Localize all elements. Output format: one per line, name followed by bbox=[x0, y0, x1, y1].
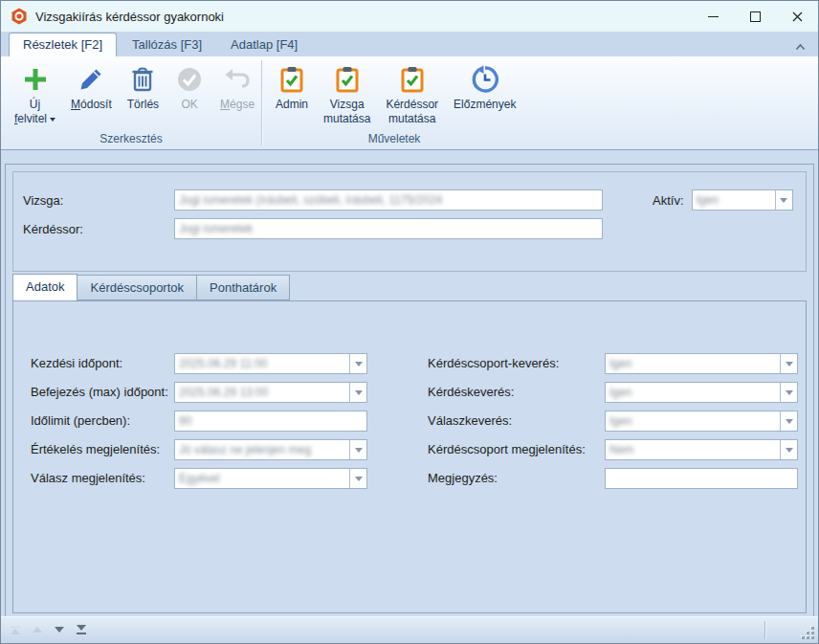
clipboard-check-icon bbox=[397, 64, 428, 95]
trash-icon bbox=[127, 64, 158, 95]
kerdessor-label: Kérdéssor: bbox=[23, 222, 174, 236]
dropdown-button[interactable] bbox=[780, 411, 797, 431]
valasz-megjelenites-combobox[interactable]: Egyével bbox=[174, 468, 367, 489]
tab-ponthatarok[interactable]: Ponthatárok bbox=[197, 275, 290, 300]
chevron-down-icon bbox=[786, 390, 793, 395]
dropdown-button[interactable] bbox=[349, 469, 366, 488]
history-button[interactable]: Előzmények bbox=[447, 62, 522, 114]
tab-adatok[interactable]: Adatok bbox=[12, 274, 77, 301]
befejezes-idopont-label: Befejezés (max) időpont: bbox=[31, 385, 168, 399]
header-form-panel: Vizsga: Jogi ismeretek (írásbeli, szóbel… bbox=[12, 171, 807, 272]
maximize-icon bbox=[750, 11, 761, 22]
chevron-down-icon bbox=[355, 448, 363, 453]
ertekeles-megjelenites-combobox[interactable]: Jó válasz ne jelenjen meg bbox=[174, 439, 367, 460]
vizsga-input[interactable]: Jogi ismeretek (írásbeli, szóbeli, írásb… bbox=[174, 189, 603, 211]
chevron-down-icon bbox=[355, 390, 363, 395]
detail-tab-bar: Adatok Kérdéscsoportok Ponthatárok bbox=[12, 275, 290, 300]
show-exam-button[interactable]: Vizsgamutatása bbox=[317, 62, 377, 128]
close-button[interactable] bbox=[776, 1, 818, 32]
new-record-button[interactable]: Újfelvitel bbox=[8, 62, 62, 128]
plus-icon bbox=[20, 64, 51, 95]
idolimit-label: Időlimit (percben): bbox=[31, 413, 130, 428]
dropdown-button[interactable] bbox=[349, 354, 366, 373]
delete-button[interactable]: Törlés bbox=[121, 62, 166, 114]
befejezes-idopont-combobox[interactable]: 2025.06.29 13:00 bbox=[174, 382, 367, 403]
show-question-set-button[interactable]: Kérdéssormutatása bbox=[379, 62, 445, 128]
statusbar-separator bbox=[764, 621, 765, 639]
kerdeskeveres-label: Kérdéskeverés: bbox=[428, 385, 514, 399]
tab-kerdescsoportok[interactable]: Kérdéscsoportok bbox=[77, 275, 197, 300]
chevron-down-icon bbox=[355, 477, 363, 481]
tab-tallozas[interactable]: Tallózás [F3] bbox=[119, 33, 215, 56]
modify-button[interactable]: Módosít bbox=[64, 62, 119, 114]
history-clock-icon bbox=[470, 64, 500, 95]
aktiv-label: Aktív: bbox=[653, 193, 684, 208]
dropdown-button[interactable] bbox=[780, 440, 797, 459]
arrow-up-icon bbox=[33, 627, 42, 633]
chevron-down-icon bbox=[786, 448, 793, 453]
kerdescsoport-megjelenites-combobox[interactable]: Nem bbox=[605, 439, 798, 460]
megjegyzes-input[interactable] bbox=[605, 468, 798, 489]
chevron-down-icon bbox=[786, 362, 793, 366]
chevron-down-icon bbox=[786, 419, 793, 424]
app-window: Vizsgakiírás kérdéssor gyakornoki Részle… bbox=[0, 0, 819, 644]
record-nav bbox=[11, 625, 86, 634]
close-icon bbox=[792, 11, 803, 22]
ribbon-group-szerkesztes: Újfelvitel Módosít bbox=[1, 56, 261, 149]
chevron-down-icon bbox=[780, 198, 787, 203]
ribbon: Újfelvitel Módosít bbox=[1, 56, 818, 150]
ertekeles-megjelenites-label: Értékelés megjelenítés: bbox=[31, 442, 160, 456]
kerdescsoport-keveres-label: Kérdéscsoport-keverés: bbox=[428, 356, 559, 370]
dropdown-button[interactable] bbox=[780, 354, 797, 373]
adatok-tab-panel: Kezdési időpont: 2025.06.29 11:00 Befeje… bbox=[12, 300, 807, 613]
ribbon-group-muveletek: Admin Vizsgamutatása bbox=[262, 56, 526, 149]
undo-icon bbox=[222, 64, 253, 95]
move-first-button bbox=[11, 625, 20, 634]
vizsga-label: Vizsga: bbox=[23, 193, 174, 208]
dropdown-button[interactable] bbox=[780, 383, 797, 402]
dropdown-button[interactable] bbox=[349, 440, 366, 459]
kezdesi-idopont-label: Kezdési időpont: bbox=[31, 356, 122, 370]
move-up-button bbox=[33, 625, 42, 634]
arrow-down-icon bbox=[55, 627, 64, 633]
group-label-szerkesztes: Szerkesztés bbox=[1, 130, 261, 149]
cancel-button: Mégse bbox=[213, 62, 261, 114]
pencil-icon bbox=[76, 64, 106, 95]
move-last-button[interactable] bbox=[77, 625, 86, 634]
admin-button[interactable]: Admin bbox=[269, 62, 315, 114]
app-icon bbox=[11, 8, 28, 25]
tab-adatlap[interactable]: Adatlap [F4] bbox=[217, 33, 311, 56]
tab-reszletek[interactable]: Részletek [F2] bbox=[9, 33, 117, 57]
group-label-muveletek: Műveletek bbox=[262, 130, 526, 149]
ribbon-tab-strip: Részletek [F2] Tallózás [F3] Adatlap [F4… bbox=[1, 32, 818, 57]
kerdescsoport-megjelenites-label: Kérdéscsoport megjelenítés: bbox=[428, 442, 586, 456]
clipboard-check-icon bbox=[277, 64, 307, 95]
move-down-button[interactable] bbox=[55, 625, 64, 634]
kerdescsoport-keveres-combobox[interactable]: Igen bbox=[605, 353, 798, 374]
megjegyzes-label: Megjegyzés: bbox=[428, 471, 498, 485]
kerdeskeveres-combobox[interactable]: Igen bbox=[605, 382, 798, 403]
status-bar bbox=[1, 616, 818, 643]
arrow-up-icon bbox=[11, 629, 20, 634]
minimize-button[interactable] bbox=[692, 1, 734, 32]
content-panel: Vizsga: Jogi ismeretek (írásbeli, szóbel… bbox=[5, 164, 814, 619]
dropdown-button[interactable] bbox=[775, 190, 792, 210]
maximize-button[interactable] bbox=[734, 1, 776, 32]
clipboard-check-icon bbox=[332, 64, 363, 95]
kezdesi-idopont-combobox[interactable]: 2025.06.29 11:00 bbox=[174, 353, 367, 374]
idolimit-input[interactable]: 90 bbox=[174, 411, 367, 432]
title-bar: Vizsgakiírás kérdéssor gyakornoki bbox=[1, 1, 818, 32]
ok-button: OK bbox=[167, 62, 211, 114]
chevron-up-icon bbox=[795, 43, 806, 51]
window-title: Vizsgakiírás kérdéssor gyakornoki bbox=[35, 10, 692, 24]
minimize-icon bbox=[708, 16, 719, 17]
valaszkeveres-combobox[interactable]: Igen bbox=[605, 411, 798, 432]
dropdown-caret-icon bbox=[50, 118, 55, 122]
collapse-ribbon-button[interactable] bbox=[787, 37, 812, 56]
valasz-megjelenites-label: Válasz megjelenítés: bbox=[31, 471, 145, 485]
kerdessor-input[interactable]: Jogi ismeretek bbox=[174, 218, 603, 239]
dropdown-button[interactable] bbox=[349, 383, 366, 402]
resize-grip[interactable] bbox=[801, 626, 814, 639]
chevron-down-icon bbox=[355, 362, 363, 366]
aktiv-combobox[interactable]: Igen bbox=[692, 189, 793, 211]
